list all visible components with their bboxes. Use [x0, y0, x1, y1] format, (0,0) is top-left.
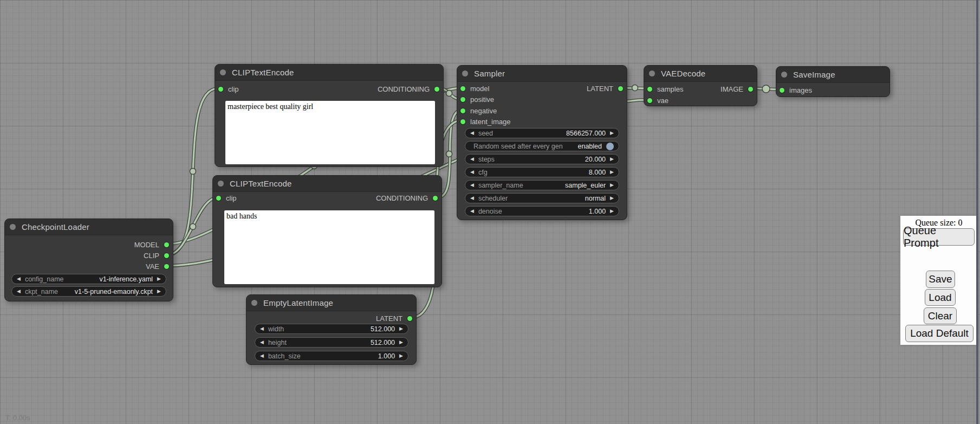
- output-vae[interactable]: VAE: [146, 261, 169, 271]
- collapse-dot-icon[interactable]: [10, 224, 16, 230]
- increment-arrow-icon[interactable]: ▶: [610, 131, 614, 136]
- queue-prompt-button[interactable]: Queue Prompt: [903, 228, 975, 246]
- decrement-arrow-icon[interactable]: ◀: [260, 326, 264, 331]
- decrement-arrow-icon[interactable]: ◀: [470, 183, 474, 188]
- input-samples[interactable]: samples: [647, 84, 683, 94]
- increment-arrow-icon[interactable]: ▶: [610, 209, 614, 214]
- input-negative[interactable]: negative: [460, 106, 497, 115]
- graph-canvas[interactable]: CheckpointLoader MODEL CLIP VAE ◀ config…: [0, 0, 980, 424]
- widget-width[interactable]: ◀ width 512.000 ▶: [255, 324, 408, 334]
- widget-height[interactable]: ◀ height 512.000 ▶: [255, 337, 408, 348]
- output-conditioning[interactable]: CONDITIONING: [376, 193, 438, 203]
- decrement-arrow-icon[interactable]: ◀: [470, 157, 474, 162]
- output-latent[interactable]: LATENT: [376, 313, 412, 323]
- port-dot-icon[interactable]: [218, 87, 223, 92]
- collapse-dot-icon[interactable]: [220, 69, 226, 75]
- decrement-arrow-icon[interactable]: ◀: [470, 209, 474, 214]
- positive-prompt-textarea[interactable]: masterpiece best quality girl: [225, 101, 435, 164]
- port-dot-icon[interactable]: [434, 87, 439, 92]
- collapse-dot-icon[interactable]: [462, 70, 468, 76]
- decrement-arrow-icon[interactable]: ◀: [17, 289, 21, 294]
- node-empty-latent-image[interactable]: EmptyLatentImage LATENT ◀ width 512.000 …: [246, 294, 417, 365]
- port-dot-icon[interactable]: [407, 316, 412, 321]
- node-title: Sampler: [474, 69, 505, 78]
- port-dot-icon[interactable]: [460, 97, 465, 102]
- widget-ckpt-name[interactable]: ◀ ckpt_name v1-5-pruned-emaonly.ckpt ▶: [11, 286, 166, 297]
- input-positive[interactable]: positive: [460, 94, 494, 104]
- node-title-bar[interactable]: CLIPTextEncode: [215, 65, 443, 81]
- decrement-arrow-icon[interactable]: ◀: [17, 277, 21, 281]
- output-conditioning[interactable]: CONDITIONING: [378, 84, 439, 94]
- widget-batch-size[interactable]: ◀ batch_size 1.000 ▶: [255, 351, 408, 361]
- input-vae[interactable]: vae: [647, 95, 669, 105]
- port-dot-icon[interactable]: [433, 196, 438, 201]
- load-button[interactable]: Load: [925, 289, 956, 306]
- node-title-bar[interactable]: Sampler: [457, 66, 627, 82]
- port-dot-icon[interactable]: [460, 86, 465, 91]
- node-title-bar[interactable]: CLIPTextEncode: [213, 176, 442, 192]
- port-dot-icon[interactable]: [460, 119, 465, 124]
- collapse-dot-icon[interactable]: [781, 72, 787, 78]
- widget-denoise[interactable]: ◀ denoise 1.000 ▶: [465, 206, 619, 216]
- input-images[interactable]: images: [780, 85, 812, 95]
- port-dot-icon[interactable]: [164, 264, 169, 269]
- port-dot-icon[interactable]: [647, 87, 652, 92]
- port-dot-icon[interactable]: [618, 86, 623, 91]
- increment-arrow-icon[interactable]: ▶: [610, 196, 614, 201]
- negative-prompt-textarea[interactable]: bad hands: [224, 210, 434, 284]
- node-vae-decode[interactable]: VAEDecode samples vae IMAGE: [644, 65, 757, 106]
- port-dot-icon[interactable]: [216, 196, 221, 201]
- port-dot-icon[interactable]: [460, 108, 465, 113]
- load-default-button[interactable]: Load Default: [905, 325, 973, 342]
- increment-arrow-icon[interactable]: ▶: [157, 289, 161, 294]
- output-latent[interactable]: LATENT: [587, 83, 623, 93]
- node-title-bar[interactable]: CheckpointLoader: [5, 219, 173, 235]
- random-seed-toggle-icon[interactable]: [606, 143, 614, 150]
- increment-arrow-icon[interactable]: ▶: [157, 277, 161, 281]
- increment-arrow-icon[interactable]: ▶: [610, 170, 614, 175]
- output-model[interactable]: MODEL: [134, 240, 169, 249]
- port-dot-icon[interactable]: [164, 253, 169, 258]
- port-dot-icon[interactable]: [780, 88, 784, 93]
- output-image[interactable]: IMAGE: [721, 84, 753, 94]
- increment-arrow-icon[interactable]: ▶: [399, 340, 403, 345]
- decrement-arrow-icon[interactable]: ◀: [260, 340, 264, 345]
- node-sampler[interactable]: Sampler model positive negative latent_i…: [457, 65, 627, 220]
- collapse-dot-icon[interactable]: [218, 181, 224, 187]
- widget-random-seed[interactable]: Random seed after every gen enabled: [465, 141, 619, 151]
- decrement-arrow-icon[interactable]: ◀: [260, 354, 264, 358]
- input-clip[interactable]: clip: [218, 84, 239, 94]
- widget-seed[interactable]: ◀ seed 8566257.000 ▶: [465, 128, 619, 138]
- collapse-dot-icon[interactable]: [251, 300, 257, 306]
- node-clip-text-encode-negative[interactable]: CLIPTextEncode clip CONDITIONING bad han…: [212, 175, 442, 287]
- clear-button[interactable]: Clear: [924, 307, 957, 324]
- node-clip-text-encode-positive[interactable]: CLIPTextEncode clip CONDITIONING masterp…: [215, 64, 444, 167]
- node-save-image[interactable]: SaveImage images: [776, 66, 890, 97]
- input-latent-image[interactable]: latent_image: [460, 117, 510, 126]
- save-button[interactable]: Save: [926, 271, 955, 288]
- port-dot-icon[interactable]: [748, 87, 753, 92]
- increment-arrow-icon[interactable]: ▶: [610, 183, 614, 188]
- decrement-arrow-icon[interactable]: ◀: [470, 170, 474, 175]
- port-dot-icon[interactable]: [164, 242, 169, 247]
- port-dot-icon[interactable]: [647, 98, 652, 103]
- decrement-arrow-icon[interactable]: ◀: [470, 131, 474, 136]
- collapse-dot-icon[interactable]: [649, 70, 655, 76]
- node-title-bar[interactable]: VAEDecode: [644, 66, 757, 82]
- node-title-bar[interactable]: EmptyLatentImage: [246, 295, 416, 311]
- increment-arrow-icon[interactable]: ▶: [399, 326, 403, 331]
- increment-arrow-icon[interactable]: ▶: [610, 157, 614, 162]
- widget-scheduler[interactable]: ◀ scheduler normal ▶: [465, 193, 619, 203]
- node-title-bar[interactable]: SaveImage: [776, 67, 890, 83]
- node-checkpoint-loader[interactable]: CheckpointLoader MODEL CLIP VAE ◀ config…: [4, 219, 173, 301]
- increment-arrow-icon[interactable]: ▶: [399, 354, 403, 358]
- output-clip[interactable]: CLIP: [144, 250, 169, 260]
- widget-config-name[interactable]: ◀ config_name v1-inference.yaml ▶: [11, 274, 166, 284]
- scrollbar[interactable]: [976, 0, 978, 424]
- widget-cfg[interactable]: ◀ cfg 8.000 ▶: [465, 167, 619, 177]
- widget-steps[interactable]: ◀ steps 20.000 ▶: [465, 154, 619, 164]
- decrement-arrow-icon[interactable]: ◀: [470, 196, 474, 201]
- input-clip[interactable]: clip: [216, 193, 237, 203]
- input-model[interactable]: model: [460, 83, 489, 93]
- widget-sampler-name[interactable]: ◀ sampler_name sample_euler ▶: [465, 180, 619, 190]
